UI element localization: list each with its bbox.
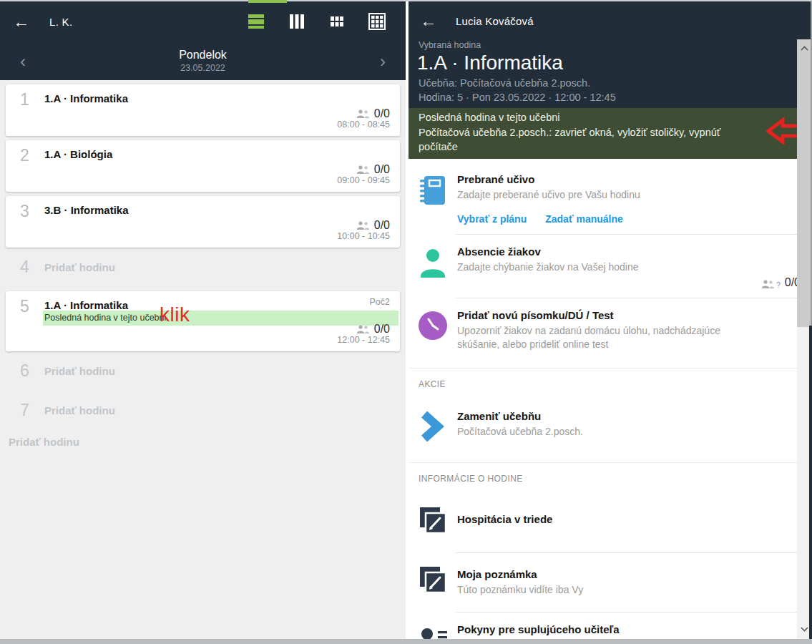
clock-icon [409, 308, 457, 351]
view-switcher [248, 13, 393, 30]
lesson-card-5[interactable]: 5 1.A · Informatika Poč2 Posledná hodina… [6, 291, 400, 351]
lesson-list: 1 1.A · Informatika 0/0 08:00 - 08:45 2 … [0, 80, 406, 639]
lesson-number: 4 [20, 258, 29, 277]
section-akcie: AKCIE [409, 368, 812, 399]
window-bottom-edge [0, 639, 812, 644]
lesson-title: 1.A · Informatika [44, 92, 128, 104]
room-notice: Posledná hodina v tejto učebni Počítačov… [409, 108, 812, 159]
item-subtitle: Zadajte chýbanie žiakov na Vašej hodine [457, 260, 802, 274]
note-icon [409, 562, 457, 597]
lesson-title: 1.A · Biológia [44, 148, 112, 160]
day-date: 23.05.2022 [180, 63, 225, 73]
room-code: Poč2 [370, 297, 391, 307]
enter-manually-link[interactable]: Zadať manuálne [545, 213, 623, 225]
people-icon [762, 280, 774, 289]
item-prebrane-ucivo[interactable]: Prebrané učivo Zadajte preberané učivo p… [409, 159, 812, 234]
substitute-teacher-icon [409, 622, 457, 639]
item-subtitle: Upozorniť žiakov na zadanú domácu úlohu,… [457, 324, 765, 351]
select-from-plan-link[interactable]: Vybrať z plánu [457, 213, 527, 225]
people-icon [357, 109, 369, 119]
last-lesson-note: Posledná hodina v tejto učebni [43, 311, 398, 326]
app-window: ← L. K. ‹ Pondelok 23.05.2022 › 1 1.A · … [0, 0, 812, 644]
add-lesson-slot-4[interactable]: 4 Pridať hodinu [6, 252, 400, 287]
item-title: Prebrané učivo [457, 173, 802, 185]
absence-count: ?0/0 [762, 276, 801, 289]
lesson-info: Hodina: 5 · Pon 23.05.2022 · 12:00 - 12:… [419, 90, 812, 104]
teacher-initials: L. K. [49, 16, 72, 28]
teacher-name: Lucia Kováčová [456, 15, 534, 27]
item-title: Zameniť učebňu [457, 410, 802, 422]
grid-large-view-icon[interactable] [368, 13, 386, 30]
next-day-icon[interactable]: › [380, 52, 386, 72]
item-title: Hospitácia v triede [457, 504, 802, 525]
scroll-up-icon[interactable] [797, 41, 812, 55]
lesson-title: 3.B · Informatika [44, 204, 129, 216]
lesson-card-2[interactable]: 2 1.A · Biológia 0/0 09:00 - 09:45 [6, 140, 400, 192]
lesson-title: 1.A · Informatika [44, 299, 128, 311]
item-hospitacia[interactable]: Hospitácia v triede [409, 494, 812, 552]
selected-lesson-title: 1.A · Informatika [417, 52, 812, 74]
lesson-time: 09:00 - 09:45 [337, 175, 390, 185]
day-navigation: ‹ Pondelok 23.05.2022 › [0, 42, 406, 80]
prev-day-icon[interactable]: ‹ [20, 52, 26, 72]
people-icon [357, 165, 369, 175]
people-icon [357, 221, 369, 230]
back-icon[interactable]: ← [420, 13, 436, 29]
window-top-edge [0, 0, 812, 1]
background-window-sliver [809, 326, 812, 639]
student-icon [409, 244, 457, 279]
lesson-detail-header: ← Lucia Kováčová Vybraná hodina 1.A · In… [409, 1, 812, 159]
attendance-count: 0/0 [357, 107, 390, 120]
grid-small-view-icon[interactable] [329, 14, 345, 29]
lesson-number: 3 [20, 202, 29, 221]
item-title: Pridať novú písomku/DÚ / Test [457, 309, 802, 321]
lesson-card-3[interactable]: 3 3.B · Informatika 0/0 10:00 - 10:45 [6, 196, 400, 248]
lesson-number: 7 [20, 401, 29, 420]
lesson-time: 10:00 - 10:45 [337, 231, 390, 241]
lesson-card-1[interactable]: 1 1.A · Informatika 0/0 08:00 - 08:45 [6, 84, 400, 136]
item-pokyny-suplujuci[interactable]: Pokyny pre suplujúceho učiteľa Vybrať z … [409, 613, 812, 639]
attendance-count: 0/0 [357, 323, 390, 336]
top-green-sliver [248, 0, 287, 3]
add-lesson-label: Pridať hodinu [44, 404, 115, 416]
add-lesson-label: Pridať hodinu [44, 365, 115, 377]
timetable-panel: ← L. K. ‹ Pondelok 23.05.2022 › 1 1.A · … [0, 1, 406, 639]
lesson-number: 6 [20, 361, 29, 381]
day-name: Pondelok [179, 49, 227, 62]
lesson-time: 12:00 - 12:45 [337, 335, 390, 345]
item-zamenit-ucebnu[interactable]: Zameniť učebňu Počítačová učebňa 2.posch… [409, 399, 812, 462]
scrollbar-thumb[interactable] [797, 39, 812, 327]
lesson-number: 2 [20, 146, 29, 165]
lesson-detail-panel: ← Lucia Kováčová Vybraná hodina 1.A · In… [409, 1, 812, 639]
notice-line-2: Počítačová učebňa 2.posch.: zavrieť okná… [419, 125, 744, 155]
swap-icon [409, 409, 457, 442]
section-informacie: INFORMÁCIE O HODINE [409, 462, 812, 494]
lesson-time: 08:00 - 08:45 [337, 119, 390, 130]
add-lesson-slot-6[interactable]: 6 Pridať hodinu [6, 356, 400, 391]
item-subtitle: Zadajte preberané učivo pre Vašu hodinu [457, 188, 802, 202]
list-view-icon[interactable] [248, 13, 265, 30]
lesson-actions: Prebrané učivo Zadajte preberané učivo p… [409, 159, 812, 639]
room-info: Učebňa: Počítačová učebňa 2.posch. [419, 76, 812, 90]
notice-line-1: Posledná hodina v tejto učebni [419, 110, 744, 125]
attendance-count: 0/0 [357, 219, 390, 232]
lesson-number: 5 [20, 297, 29, 316]
columns-view-icon[interactable] [288, 13, 305, 30]
item-title: Pokyny pre suplujúceho učiteľa [457, 623, 802, 635]
add-lesson-button[interactable]: Pridať hodinu [9, 436, 406, 448]
selected-lesson-label: Vybraná hodina [419, 40, 812, 50]
add-lesson-slot-7[interactable]: 7 Pridať hodinu [6, 395, 400, 430]
lesson-number: 1 [20, 90, 29, 109]
people-icon [357, 325, 369, 334]
item-title: Moja poznámka [457, 564, 802, 580]
item-subtitle: Počítačová učebňa 2.posch. [457, 425, 802, 439]
item-absencie-ziakov[interactable]: Absencie žiakov Zadajte chýbanie žiakov … [409, 235, 812, 298]
left-header: ← L. K. [0, 1, 406, 42]
item-moja-poznamka[interactable]: Moja poznámka Túto poznámku vidíte iba V… [409, 553, 812, 612]
item-pridat-pisomku[interactable]: Pridať novú písomku/DÚ / Test Upozorniť … [409, 298, 812, 369]
klik-annotation: klik [160, 303, 190, 326]
back-icon[interactable]: ← [13, 14, 29, 30]
item-title: Absencie žiakov [457, 245, 802, 258]
add-lesson-label: Pridať hodinu [44, 261, 115, 273]
item-subtitle: Túto poznámku vidíte iba Vy [457, 583, 802, 597]
